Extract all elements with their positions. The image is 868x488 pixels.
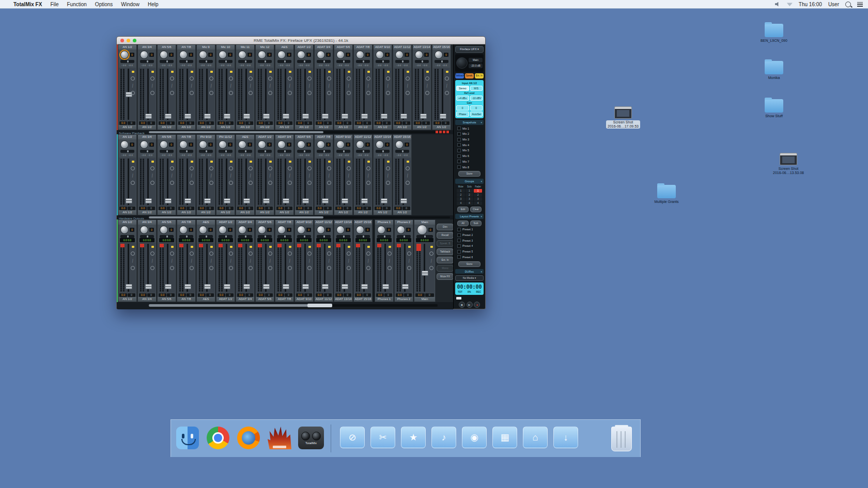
- phantom-led-icon[interactable]: [328, 161, 331, 163]
- pan-slider[interactable]: [258, 235, 272, 238]
- dock-firefox-icon[interactable]: [237, 427, 261, 450]
- window-titlebar[interactable]: RME TotalMix FX: Fireface UFX (23619281)…: [117, 37, 485, 44]
- pan-slider[interactable]: [258, 150, 272, 153]
- group-cell[interactable]: 4: [474, 201, 482, 205]
- fader-handle[interactable]: [165, 114, 172, 119]
- folder-icon[interactable]: [765, 24, 783, 37]
- submix-label[interactable]: AN 1/2: [118, 210, 136, 215]
- trim-icon[interactable]: ╱: [308, 174, 311, 178]
- channel-strip[interactable]: AN 3/400.0 0.0╱0.00AN 3/4: [137, 219, 157, 302]
- phantom-led-icon[interactable]: [446, 71, 448, 73]
- channel-strip[interactable]: AN 5/60-oo -oo╱0.00AN 1/2: [157, 134, 176, 215]
- phantom-led-icon[interactable]: [250, 246, 252, 248]
- fader-handle[interactable]: [204, 284, 211, 289]
- trim-icon[interactable]: ╱: [190, 84, 193, 88]
- channel-strip[interactable]: ADAT 15/1600.0 0.0╱0.00ADAT 15/16: [353, 219, 373, 302]
- phantom-led-icon[interactable]: [210, 161, 213, 163]
- fader-handle[interactable]: [204, 198, 211, 203]
- trim-icon[interactable]: ╱: [229, 174, 232, 178]
- settings-icon[interactable]: [406, 76, 410, 81]
- device-selector[interactable]: Fireface UFX ▾: [455, 46, 484, 53]
- phantom-led-icon[interactable]: [430, 246, 433, 248]
- submix-label[interactable]: AN 1/2: [236, 125, 254, 130]
- channel-strip[interactable]: ADAT 15/160-oo -oo╱0.00AN 1/2: [393, 134, 412, 215]
- fader-handle[interactable]: [184, 284, 191, 289]
- durec-record-button[interactable]: ●: [474, 302, 480, 308]
- pan-slider[interactable]: [277, 235, 291, 238]
- dock-folder-photos[interactable]: ◉: [462, 427, 486, 450]
- pan-slider[interactable]: [317, 150, 331, 153]
- settings-icon[interactable]: [388, 251, 392, 256]
- channel-strip[interactable]: ADAT 3/40-oo -oo╱0.00AN 1/2: [314, 44, 333, 130]
- submix-label[interactable]: AN 1/2: [295, 210, 313, 215]
- fader-handle[interactable]: [224, 284, 230, 289]
- phantom-led-icon[interactable]: [132, 161, 134, 163]
- pan-slider[interactable]: [179, 150, 193, 153]
- submix-label[interactable]: Phones 2: [395, 297, 413, 302]
- phantom-led-icon[interactable]: [230, 246, 233, 248]
- channel-strip[interactable]: ADAT 1/20-oo -oo╱0.00AN 1/2: [295, 44, 314, 130]
- trim-icon[interactable]: ╱: [367, 259, 369, 263]
- submix-label[interactable]: AN 1/2: [177, 125, 195, 130]
- fx-icon[interactable]: [288, 266, 292, 270]
- submix-label[interactable]: AN 1/2: [393, 210, 411, 215]
- fader-handle[interactable]: [243, 114, 250, 119]
- channel-strip[interactable]: AN 1/200.0 0.0╱0.00AN 1/2: [118, 219, 137, 302]
- pan-slider[interactable]: [336, 60, 350, 63]
- fader-handle[interactable]: [165, 284, 172, 289]
- channel-strip[interactable]: Phones 100.0 0.0╱0.00Phones 1: [375, 219, 394, 302]
- trim-icon[interactable]: ╱: [171, 259, 173, 263]
- phantom-led-icon[interactable]: [308, 161, 311, 163]
- trim-icon[interactable]: ╱: [386, 174, 389, 178]
- pan-slider[interactable]: [336, 235, 350, 238]
- fx-icon[interactable]: [150, 91, 154, 95]
- trim-icon[interactable]: ╱: [249, 84, 252, 88]
- channel-strip[interactable]: ADAT 3/400.0 0.0╱0.00ADAT 3/4: [236, 219, 255, 302]
- trim-icon[interactable]: ╱: [308, 84, 311, 88]
- layout-preset-item[interactable]: Preset 6: [455, 255, 484, 259]
- gain-knob[interactable]: [140, 140, 148, 149]
- durec-media-dropdown[interactable]: No Media ▾: [455, 275, 484, 281]
- pan-slider[interactable]: [238, 235, 252, 238]
- gain-knob[interactable]: [199, 140, 207, 149]
- settings-icon[interactable]: [445, 76, 449, 81]
- fx-icon[interactable]: [229, 181, 233, 185]
- fx-icon[interactable]: [249, 91, 253, 95]
- snapshot-item[interactable]: Mix 3: [455, 137, 484, 141]
- fx-icon[interactable]: [170, 181, 174, 185]
- phantom-led-icon[interactable]: [308, 71, 311, 73]
- fx-icon[interactable]: [406, 181, 410, 185]
- pan-slider[interactable]: [219, 150, 233, 153]
- trim-icon[interactable]: ╱: [190, 259, 193, 263]
- fx-icon[interactable]: [347, 181, 351, 185]
- channel-strip[interactable]: ADAT 7/800.0 0.0╱0.00ADAT 7/8: [275, 219, 294, 302]
- settings-icon[interactable]: [150, 166, 154, 170]
- submix-label[interactable]: AN 1/2: [138, 125, 156, 130]
- fader-handle[interactable]: [283, 284, 289, 289]
- monitor-volume-knob[interactable]: [456, 57, 468, 69]
- submix-label[interactable]: AN 1/2: [216, 210, 235, 215]
- settings-icon[interactable]: [131, 251, 135, 256]
- groups-edit-button[interactable]: Edit: [457, 207, 469, 212]
- gain-knob[interactable]: [397, 226, 405, 234]
- channel-strip[interactable]: PH 9/100-oo -oo╱0.00AN 1/2: [196, 134, 215, 215]
- settings-icon[interactable]: [209, 251, 213, 256]
- channel-strip[interactable]: ADAT 5/60-oo -oo╱0.00AN 1/2: [295, 134, 314, 215]
- trim-icon[interactable]: ╱: [406, 174, 409, 178]
- phantom-led-icon[interactable]: [289, 246, 291, 248]
- phantom-led-icon[interactable]: [367, 161, 370, 163]
- fx-icon[interactable]: [327, 91, 331, 95]
- ref-level-option[interactable]: +4 dBu: [456, 96, 469, 101]
- pan-slider[interactable]: [179, 235, 193, 238]
- fx-icon[interactable]: [229, 266, 233, 270]
- settings-icon[interactable]: [347, 251, 351, 256]
- pan-slider[interactable]: [199, 60, 213, 63]
- trim-icon[interactable]: ╱: [131, 259, 134, 263]
- submix-label[interactable]: AN 7/8: [177, 297, 195, 302]
- settings-icon[interactable]: [386, 76, 390, 81]
- channel-strip[interactable]: ADAT 13/1400.0 0.0╱0.00ADAT 13/14: [334, 219, 353, 302]
- channel-strip[interactable]: ADAT 5/60-oo -oo╱0.00AN 1/2: [334, 44, 353, 130]
- submix-label[interactable]: AN 1/2: [158, 125, 176, 130]
- channel-strip[interactable]: Mic 120-oo -oo╱0.00AN 1/2: [255, 44, 274, 130]
- snapshots-store-button[interactable]: Store: [458, 171, 481, 177]
